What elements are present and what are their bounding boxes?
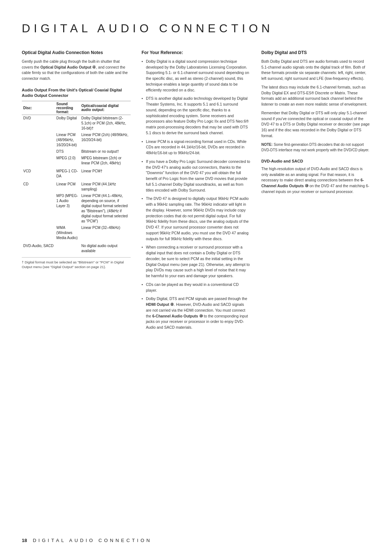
col-output: Optical/coaxial digital audio output:: [80, 101, 131, 115]
footer-page-number: 18: [22, 538, 27, 543]
6ch-output-label: 6-Channel Audio Outputs ⑩: [152, 314, 203, 318]
page-title: DIGITAL AUDIO CONNECTION: [22, 22, 370, 35]
disc-cell: [22, 225, 55, 241]
list-item: CDs can be played as they would in a con…: [142, 282, 250, 294]
disc-cell: [22, 193, 55, 225]
table-row: MPEG (2.0) MPEG bitstream (2ch) or linea…: [22, 155, 131, 167]
output-cell: Dolby Digital bitstream (2-5.1ch) or PCM…: [80, 115, 131, 132]
reference-bullet-list: Dolby Digital is a digital sound compres…: [142, 59, 250, 331]
content-area: Optical Digital Audio Connection Notes G…: [22, 50, 370, 333]
format-cell: DTS: [55, 148, 80, 155]
output-cell: Bitstream or no output†: [80, 148, 131, 155]
disc-cell: CD: [22, 180, 55, 193]
list-item: DTS is another digital audio technology …: [142, 96, 250, 136]
table-row: Linear PCM (48/96kHz, 16/20/24-bit) Line…: [22, 132, 131, 148]
disc-cell: DVD: [22, 115, 55, 132]
page: DIGITAL AUDIO CONNECTION Optical Digital…: [0, 0, 392, 554]
footer-note-text: † Digital format must be selected as "Bi…: [22, 260, 124, 269]
disc-cell: [22, 155, 55, 167]
list-item: The DVD 47 is designed to digitally outp…: [142, 196, 250, 242]
format-cell: Dolby Digital: [55, 115, 80, 132]
table-row: DTS Bitstream or no output†: [22, 148, 131, 155]
col-disc: Disc:: [22, 101, 55, 115]
disc-cell: VCD: [22, 167, 55, 180]
col-format: Sound recording format:: [55, 101, 80, 115]
mid-column: For Your Reference: Dolby Digital is a d…: [142, 50, 250, 333]
output-cell: MPEG bitstream (2ch) or linear PCM (2ch,…: [80, 155, 131, 167]
dolby-dts-body1: Both Dolby Digital and DTS are audio for…: [261, 59, 370, 82]
optical-output-label: Optical Digital Audio Output ④: [40, 65, 96, 69]
hdmi-output-label: HDMI Output ⑧: [146, 302, 174, 307]
section1-body: Gently push the cable plug through the b…: [22, 59, 131, 82]
format-cell: MPEG-1 CD-DA: [55, 167, 80, 180]
list-item: If you have a Dolby Pro Logic Surround d…: [142, 159, 250, 193]
disc-cell: [22, 148, 55, 155]
output-cell: Linear PCM (44.1kHz sampling): [80, 180, 131, 193]
for-reference-heading: For Your Reference:: [142, 50, 250, 56]
table-row: CD Linear PCM Linear PCM (44.1kHz sampli…: [22, 180, 131, 193]
dolby-dts-body2: The latest discs may include the 6.1-cha…: [261, 85, 370, 107]
footer-title: DIGITAL AUDIO CONNECTION: [33, 538, 152, 543]
dvd-audio-sacd-body: The high-resolution output of DVD-Audio …: [261, 166, 370, 195]
right-column: Dolby Digital and DTS Both Dolby Digital…: [261, 50, 370, 333]
output-cell: Linear PCM†: [80, 167, 131, 180]
output-cell: Linear PCM (2ch) (48/96kHz, 16/20/24-bit…: [80, 132, 131, 148]
disc-cell: DVD-Audio, SACD: [22, 241, 55, 254]
table-row: WMA (Windows Media Audio) Linear PCM (32…: [22, 225, 131, 241]
left-column: Optical Digital Audio Connection Notes G…: [22, 50, 131, 333]
note-label: NOTE:: [261, 143, 273, 147]
table-row: VCD MPEG-1 CD-DA Linear PCM†: [22, 167, 131, 180]
output-cell: Linear PCM (44.1–48kHz, depending on sou…: [80, 193, 131, 225]
disc-cell: [22, 132, 55, 148]
6ch-outputs-label: 6-Channel Audio Outputs ⑩: [261, 178, 364, 188]
output-cell: No digital audio output available: [80, 241, 131, 254]
list-item: When connecting a receiver or surround p…: [142, 245, 250, 279]
format-cell: MP3 (MPEG-1 Audio Layer 3): [55, 193, 80, 225]
audio-table: Disc: Sound recording format: Optical/co…: [22, 101, 131, 254]
output-cell: Linear PCM (32–48kHz): [80, 225, 131, 241]
table-row: DVD-Audio, SACD No digital audio output …: [22, 241, 131, 254]
format-cell: MPEG (2.0): [55, 155, 80, 167]
format-cell: WMA (Windows Media Audio): [55, 225, 80, 241]
table-row: DVD Dolby Digital Dolby Digital bitstrea…: [22, 115, 131, 132]
table-row: MP3 (MPEG-1 Audio Layer 3) Linear PCM (4…: [22, 193, 131, 225]
section2-heading: Audio Output From the Unit's Optical/ Co…: [22, 87, 131, 99]
table-footer: † Digital format must be selected as "Bi…: [22, 257, 131, 270]
format-cell: [55, 241, 80, 254]
section1-heading: Optical Digital Audio Connection Notes: [22, 50, 131, 56]
format-cell: Linear PCM: [55, 180, 80, 193]
audio-table-wrapper: Disc: Sound recording format: Optical/co…: [22, 101, 131, 254]
dolby-note: NOTE: Some first-generation DTS decoders…: [261, 142, 370, 153]
list-item: Linear PCM is a signal-recording format …: [142, 139, 250, 156]
list-item: Dolby Digital, DTS and PCM signals are p…: [142, 296, 250, 331]
dvd-audio-sacd-heading: DVD-Audio and SACD: [261, 159, 370, 164]
list-item: Dolby Digital is a digital sound compres…: [142, 59, 250, 93]
format-cell: Linear PCM (48/96kHz, 16/20/24-bit): [55, 132, 80, 148]
dolby-dts-heading: Dolby Digital and DTS: [261, 50, 370, 56]
page-footer: 18 DIGITAL AUDIO CONNECTION: [22, 538, 370, 543]
dolby-dts-body3: Remember that Dolby Digital or DTS will …: [261, 110, 370, 139]
